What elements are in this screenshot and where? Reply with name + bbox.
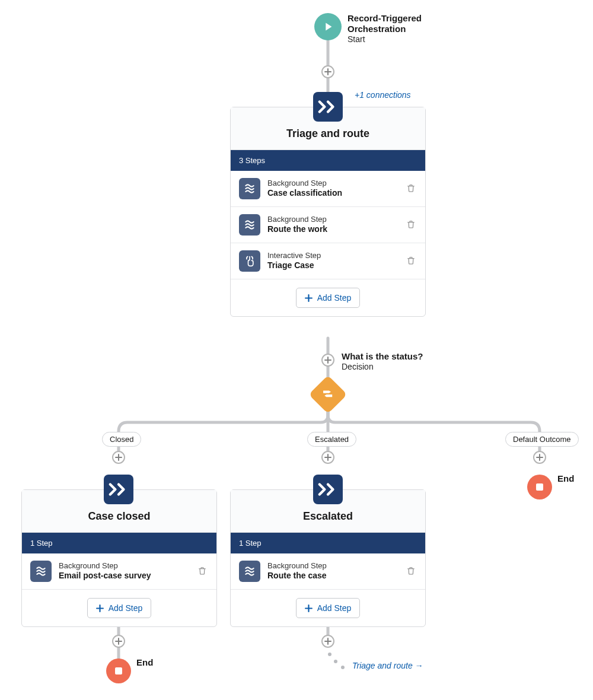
stage-step-count: 1 Step — [231, 533, 425, 553]
plus-icon — [324, 68, 331, 75]
add-element-button[interactable] — [321, 635, 334, 648]
step-text: Background Step Email post-case survey — [59, 561, 190, 581]
end-node[interactable] — [106, 658, 131, 683]
svg-rect-5 — [115, 667, 122, 674]
delete-step-button[interactable] — [406, 219, 417, 230]
outcome-pill-closed[interactable]: Closed — [102, 432, 141, 447]
chevrons-icon — [318, 482, 338, 497]
plus-icon — [96, 604, 104, 612]
step-row[interactable]: Background Step Case classification — [231, 171, 425, 207]
outcome-pill-escalated[interactable]: Escalated — [307, 432, 356, 447]
add-step-button[interactable]: Add Step — [87, 598, 152, 618]
start-title-line1: Record-Triggered — [347, 13, 422, 24]
add-step-button[interactable]: Add Step — [296, 598, 361, 618]
plus-icon — [324, 638, 331, 645]
flow-step-icon — [239, 561, 260, 582]
step-name: Route the case — [267, 571, 399, 581]
outcome-pill-default[interactable]: Default Outcome — [505, 432, 579, 447]
stage-step-count: 1 Step — [22, 533, 216, 553]
start-node[interactable] — [314, 13, 342, 40]
play-icon — [321, 20, 334, 33]
add-element-button[interactable] — [112, 635, 125, 648]
connector-dot — [334, 660, 337, 663]
stage-step-count: 3 Steps — [231, 150, 425, 171]
add-element-button[interactable] — [112, 451, 125, 464]
plus-icon — [305, 604, 313, 612]
signpost-icon — [320, 386, 336, 402]
end-label: End — [136, 657, 153, 667]
decision-title: What is the status? — [342, 351, 423, 362]
step-row[interactable]: Interactive Step Triage Case — [231, 243, 425, 279]
step-row[interactable]: Background Step Email post-case survey — [22, 553, 216, 590]
start-node-label: Record-Triggered Orchestration Start — [347, 13, 422, 44]
add-step-button[interactable]: Add Step — [296, 288, 361, 308]
connector-dot — [328, 653, 331, 656]
step-kind: Background Step — [267, 561, 399, 571]
delete-step-button[interactable] — [406, 256, 417, 266]
step-text: Background Step Route the work — [267, 215, 399, 235]
step-kind: Background Step — [267, 215, 399, 224]
start-title-line2: Orchestration — [347, 24, 422, 34]
interactive-step-icon — [239, 250, 260, 272]
step-kind: Interactive Step — [267, 251, 399, 260]
stage-triage-card[interactable]: Triage and route 3 Steps Background Step… — [230, 107, 426, 317]
flow-step-icon — [30, 561, 52, 582]
plus-icon — [324, 454, 331, 461]
step-text: Background Step Case classification — [267, 179, 399, 199]
add-step-label: Add Step — [317, 293, 352, 303]
add-element-button[interactable] — [321, 354, 334, 367]
stage-closed-card[interactable]: Case closed 1 Step Background Step Email… — [21, 489, 217, 627]
goto-stage-link[interactable]: Triage and route → — [352, 661, 423, 670]
stage-icon — [104, 475, 133, 504]
decision-subtitle: Decision — [342, 362, 423, 371]
more-connections-link[interactable]: +1 connections — [355, 90, 411, 100]
connector-dot — [341, 666, 345, 669]
start-subtitle: Start — [347, 34, 422, 44]
step-name: Triage Case — [267, 260, 399, 271]
stop-icon — [114, 666, 123, 676]
flow-step-icon — [239, 214, 260, 236]
step-text: Background Step Route the case — [267, 561, 399, 581]
trash-icon — [197, 566, 207, 575]
flow-step-icon — [239, 178, 260, 199]
plus-icon — [115, 638, 122, 645]
end-label: End — [557, 473, 574, 483]
chevrons-icon — [318, 100, 338, 114]
step-kind: Background Step — [59, 561, 190, 571]
plus-icon — [115, 454, 122, 461]
trash-icon — [406, 183, 416, 193]
plus-icon — [305, 294, 313, 302]
step-row[interactable]: Background Step Route the case — [231, 553, 425, 590]
end-node[interactable] — [527, 475, 552, 499]
decision-label-group: What is the status? Decision — [342, 351, 423, 371]
delete-step-button[interactable] — [406, 566, 417, 577]
step-text: Interactive Step Triage Case — [267, 251, 399, 271]
stage-icon — [313, 475, 343, 504]
add-element-button[interactable] — [321, 65, 334, 78]
step-kind: Background Step — [267, 179, 399, 188]
delete-step-button[interactable] — [406, 183, 417, 194]
step-name: Route the work — [267, 224, 399, 235]
step-name: Email post-case survey — [59, 571, 190, 581]
chevrons-icon — [109, 482, 129, 497]
delete-step-button[interactable] — [197, 566, 208, 577]
stage-escalated-card[interactable]: Escalated 1 Step Background Step Route t… — [230, 489, 426, 627]
stop-icon — [535, 482, 544, 492]
trash-icon — [406, 256, 416, 265]
trash-icon — [406, 566, 416, 575]
add-step-label: Add Step — [109, 603, 143, 613]
add-step-label: Add Step — [317, 603, 352, 613]
trash-icon — [406, 219, 416, 229]
plus-icon — [324, 357, 331, 364]
svg-rect-4 — [536, 483, 543, 491]
add-element-button[interactable] — [533, 451, 546, 464]
stage-icon — [313, 92, 343, 122]
step-name: Case classification — [267, 188, 399, 199]
plus-icon — [536, 454, 543, 461]
add-element-button[interactable] — [321, 451, 334, 464]
step-row[interactable]: Background Step Route the work — [231, 207, 425, 243]
